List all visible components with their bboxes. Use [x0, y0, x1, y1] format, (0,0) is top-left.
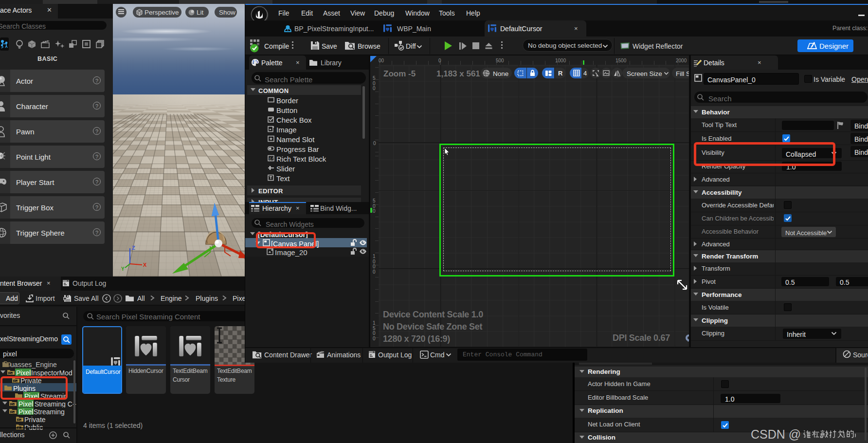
svg-text:Y: Y — [121, 266, 125, 272]
svg-text:X: X — [143, 262, 147, 268]
svg-text:C++: C++ — [9, 372, 14, 375]
svg-text:C++: C++ — [18, 419, 22, 422]
svg-text:C++: C++ — [11, 403, 16, 406]
svg-text:C++: C++ — [11, 411, 16, 414]
svg-text:(/): (/) — [269, 156, 274, 161]
svg-text:Z: Z — [132, 245, 135, 251]
